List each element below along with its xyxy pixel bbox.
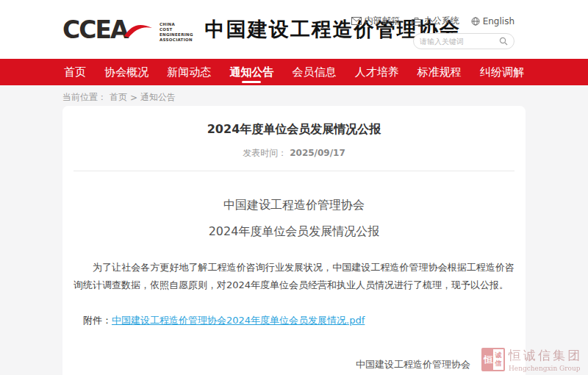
search-input[interactable] (420, 38, 495, 46)
site-header: CCEA CHINA COST ENGINEERING ASSOCIATION … (0, 0, 588, 59)
article-title: 2024年度单位会员发展情况公报 (74, 122, 514, 138)
publish-time-value: 2025/09/17 (290, 148, 345, 158)
ccea-logo-icon: CCEA (62, 13, 155, 46)
nav-item-members[interactable]: 会员信息 (291, 59, 338, 85)
search-icon[interactable] (499, 37, 508, 46)
ccea-logo-text: CCEA (62, 15, 129, 44)
breadcrumb-home-link[interactable]: 首页 (110, 91, 127, 104)
breadcrumb-separator: > (130, 93, 137, 103)
breadcrumb-prefix: 当前位置： (62, 91, 107, 104)
main-nav: 首页 协会概况 新闻动态 通知公告 会员信息 人才培养 标准规程 纠纷调解 (0, 59, 588, 85)
nav-item-notices[interactable]: 通知公告 (228, 59, 275, 85)
breadcrumb: 当前位置： 首页 > 通知公告 (62, 91, 526, 104)
briefcase-icon (412, 17, 421, 26)
internal-mail-link[interactable]: 内部邮箱 (351, 15, 400, 27)
article-card: 2024年度单位会员发展情况公报 发表时间：2025/09/17 中国建设工程造… (62, 106, 526, 375)
nav-item-home[interactable]: 首页 (62, 59, 87, 85)
english-link[interactable]: English (471, 16, 514, 26)
logo-swoosh (124, 25, 152, 38)
signature-org: 中国建设工程造价管理协会 (356, 355, 470, 374)
title-divider (74, 171, 514, 171)
signature-block: 中国建设工程造价管理协会 2025年9月17日 (356, 355, 470, 375)
nav-item-about[interactable]: 协会概况 (103, 59, 150, 85)
nav-item-dispute[interactable]: 纠纷调解 (478, 59, 526, 85)
attachment-label: 附件： (83, 315, 112, 326)
publish-time-label: 发表时间： (243, 148, 287, 158)
attachment-row: 附件：中国建设工程造价管理协会2024年度单位会员发展情况.pdf (74, 314, 514, 327)
search-box (413, 33, 514, 49)
header-right: 内部邮箱 办公系统 English (351, 15, 514, 49)
quick-links: 内部邮箱 办公系统 English (351, 15, 514, 27)
nav-item-standards[interactable]: 标准规程 (416, 59, 463, 85)
body-heading-org: 中国建设工程造价管理协会 (74, 198, 514, 213)
body-heading-sub: 2024年度单位会员发展情况公报 (74, 224, 514, 240)
article-paragraph: 为了让社会各方更好地了解工程造价咨询行业发展状况，中国建设工程造价管理协会根据工… (74, 259, 514, 294)
breadcrumb-current: 通知公告 (140, 91, 176, 104)
nav-item-training[interactable]: 人才培养 (354, 59, 401, 85)
article-meta: 发表时间：2025/09/17 (74, 147, 514, 160)
logo-subtext: CHINA COST ENGINEERING ASSOCIATION (159, 22, 193, 43)
globe-icon (471, 17, 480, 26)
mail-icon (351, 17, 362, 25)
nav-item-news[interactable]: 新闻动态 (165, 59, 212, 85)
attachment-pdf-link[interactable]: 中国建设工程造价管理协会2024年度单位会员发展情况.pdf (112, 315, 365, 326)
office-system-link[interactable]: 办公系统 (412, 15, 459, 27)
